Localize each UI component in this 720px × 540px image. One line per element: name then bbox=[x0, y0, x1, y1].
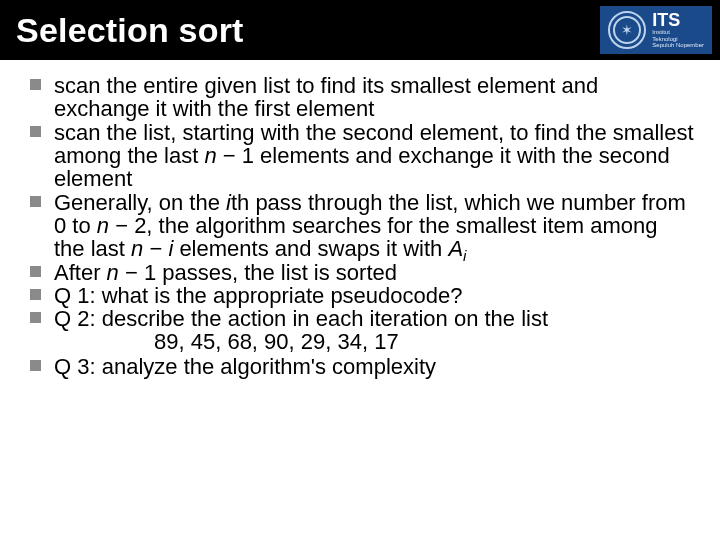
bullet-item: Generally, on the ith pass through the l… bbox=[26, 191, 694, 261]
logo-acronym: ITS bbox=[652, 11, 704, 29]
bullet-item: scan the entire given list to find its s… bbox=[26, 74, 694, 121]
bullet-text: After bbox=[54, 260, 107, 285]
bullet-item: Q 1: what is the appropriate pseudocode? bbox=[26, 284, 694, 307]
bullet-text: elements and swaps it with bbox=[173, 236, 448, 261]
slide: Selection sort ITS Institut Teknologi Se… bbox=[0, 0, 720, 540]
bullet-item: After n − 1 passes, the list is sorted bbox=[26, 261, 694, 284]
logo-text: ITS Institut Teknologi Sepuluh Nopember bbox=[652, 11, 704, 49]
logo-sub3: Sepuluh Nopember bbox=[652, 42, 704, 49]
var-A: A bbox=[448, 236, 463, 261]
bullet-text: − 1 passes, the list is sorted bbox=[119, 260, 397, 285]
title-bar: Selection sort ITS Institut Teknologi Se… bbox=[0, 0, 720, 60]
bullet-list: scan the entire given list to find its s… bbox=[26, 74, 694, 378]
var-n: n bbox=[131, 236, 143, 261]
var-n: n bbox=[107, 260, 119, 285]
bullet-text: Generally, on the bbox=[54, 190, 226, 215]
slide-title: Selection sort bbox=[16, 11, 244, 50]
seal-icon bbox=[608, 11, 646, 49]
bullet-text: Q 3: analyze the algorithm's complexity bbox=[54, 354, 436, 379]
bullet-item: Q 2: describe the action in each iterati… bbox=[26, 307, 694, 355]
example-list: 89, 45, 68, 90, 29, 34, 17 bbox=[54, 330, 694, 354]
logo-sub1: Institut bbox=[652, 29, 704, 36]
logo-sub2: Teknologi bbox=[652, 36, 704, 43]
bullet-item: Q 3: analyze the algorithm's complexity bbox=[26, 355, 694, 378]
bullet-item: scan the list, starting with the second … bbox=[26, 121, 694, 191]
bullet-text: scan the entire given list to find its s… bbox=[54, 73, 598, 121]
its-logo: ITS Institut Teknologi Sepuluh Nopember bbox=[600, 6, 712, 54]
slide-body: scan the entire given list to find its s… bbox=[0, 60, 720, 378]
var-n: n bbox=[97, 213, 109, 238]
bullet-text: Q 2: describe the action in each iterati… bbox=[54, 306, 548, 331]
bullet-text: − bbox=[143, 236, 168, 261]
bullet-text: Q 1: what is the appropriate pseudocode? bbox=[54, 283, 463, 308]
var-n: n bbox=[204, 143, 216, 168]
